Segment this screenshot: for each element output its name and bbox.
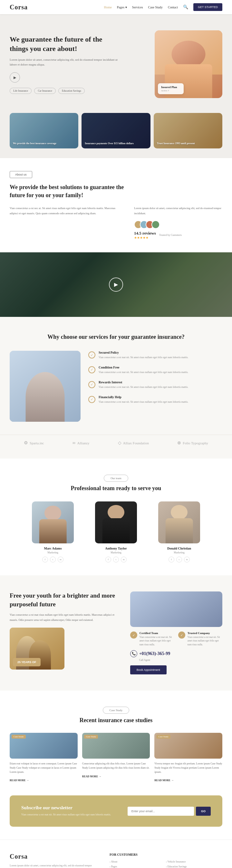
certified-badge: ✓ Certified Team Vian consectetur a est …: [130, 631, 174, 646]
partner-4: ⊗ Folio Typography: [177, 440, 208, 445]
partner-3: ◇ Alliax Foundation: [118, 440, 149, 445]
hero-heading: We guarantee the future of the things yo…: [10, 34, 119, 54]
phone-icon: 📞: [130, 650, 137, 657]
case-read-0[interactable]: READ MORE →: [10, 779, 29, 782]
partner-icon-3: ◇: [118, 440, 122, 445]
social-in-0[interactable]: in: [58, 557, 64, 562]
nav-link-casestudy[interactable]: Case Study: [148, 5, 163, 9]
nav-link-services[interactable]: Services: [132, 5, 143, 9]
team-card-0: Marc Adams Marketing f t in: [24, 501, 82, 562]
footer-links-heading: FOR CUSTOMERS: [109, 853, 222, 857]
newsletter-submit[interactable]: GO: [196, 807, 211, 816]
cta-text: Vian consectetur a est mat risus nullam …: [10, 613, 121, 622]
feature-card-2[interactable]: Insurance payments Over $15 billion doll…: [81, 113, 150, 149]
cta-agent-label: Call Agent: [139, 659, 222, 661]
why-item-3: ✓ Financially HelpVian consectetur a est…: [88, 395, 222, 404]
footer-link-vehicle[interactable]: › Vehicle Insurance: [166, 860, 222, 863]
review-label: Trusted by Customers: [159, 234, 182, 237]
why-body: ✓ Secured PolicyVian consectetur a est m…: [10, 351, 222, 422]
why-image: [10, 351, 80, 422]
play-button[interactable]: ▶: [10, 72, 20, 83]
trusted-text: Vian consectetur a est mat nit. Sit amet…: [188, 636, 222, 646]
cases-heading: Recent insurance case studies: [10, 717, 222, 724]
about-right-text: Lorem ipsum dolor sit amet, consectetur …: [134, 206, 222, 216]
why-item-text-3: Vian consectetur a est mat nit. Sit amet…: [99, 400, 188, 404]
footer-logo: Corsa: [10, 853, 100, 860]
banner-section: ▶: [0, 252, 232, 317]
certified-title: Certified Team: [139, 631, 174, 635]
team-name-2: Donald Christian: [150, 547, 208, 550]
partner-2: ∞ Allianzy: [72, 440, 90, 445]
newsletter-input[interactable]: [128, 807, 194, 816]
cta-section: Free your youth for a brighter and more …: [0, 575, 232, 690]
feature-card-3[interactable]: Trust Insurance 1993 until present: [154, 113, 222, 149]
case-text-0: Etiam erat volutpat in lacus et sem cons…: [10, 762, 78, 774]
hero-tag-car[interactable]: Car Insurance: [34, 88, 56, 94]
cases-section: Case Study Recent insurance case studies…: [0, 690, 232, 796]
case-read-1[interactable]: READ MORE →: [82, 775, 101, 778]
about-reviews: 14.5 reviews ★★★★★ Trusted by Customers: [134, 231, 222, 240]
social-in-1[interactable]: in: [121, 557, 127, 562]
social-tw-0[interactable]: t: [50, 557, 56, 562]
hero-card: Insured Plan Active ✓: [158, 83, 184, 94]
footer-link-edusavings[interactable]: › Education Savings: [166, 865, 222, 868]
why-item-title-0: Secured Policy: [99, 351, 188, 354]
team-card-1: Anthony Taylor Marketing f t in: [87, 501, 145, 562]
team-label[interactable]: Our team: [104, 475, 128, 482]
certified-text: Vian consectetur a est mat nit. Sit amet…: [139, 636, 174, 646]
banner-play-button[interactable]: ▶: [109, 278, 123, 292]
feature-text-3: Trust Insurance 1993 until present: [157, 142, 195, 145]
nav-link-home[interactable]: Home: [104, 5, 111, 9]
nav-link-contact[interactable]: Contact: [168, 5, 178, 9]
social-tw-1[interactable]: t: [113, 557, 119, 562]
case-tag-2: Case Study: [156, 735, 170, 739]
why-item-text-2: Vian consectetur a est mat nit. Sit amet…: [99, 385, 188, 390]
cta-phone[interactable]: 📞 +01(963)-365-99: [130, 650, 222, 657]
case-card-1: Case Study Consectetur adipiscing elit d…: [82, 733, 150, 782]
team-role-2: Marketing: [150, 551, 208, 554]
social-fb-2[interactable]: f: [168, 557, 174, 562]
about-section: About us We provide the best solutions t…: [0, 158, 232, 252]
why-list: ✓ Secured PolicyVian consectetur a est m…: [88, 351, 222, 404]
case-read-2[interactable]: READ MORE →: [154, 779, 174, 782]
cta-years-badge[interactable]: 25 YEARS OF: [13, 658, 41, 666]
search-icon[interactable]: 🔍: [183, 4, 188, 10]
newsletter-content: Subscribe our newsletter Vian consectetu…: [21, 805, 121, 817]
review-count: 14.5 reviews: [134, 231, 156, 236]
cases-label[interactable]: Case Study: [103, 707, 130, 714]
case-image-1: Case Study: [82, 733, 150, 758]
about-left: Vian consectetur a est nec at. Sit amet …: [10, 206, 124, 240]
stars: ★★★★★: [134, 236, 156, 240]
social-in-2[interactable]: in: [184, 557, 190, 562]
team-name-0: Marc Adams: [24, 547, 82, 550]
social-fb-0[interactable]: f: [42, 557, 48, 562]
why-item-text-1: Vian consectetur a est mat nit. Sit amet…: [99, 370, 188, 375]
team-social-0: f t in: [24, 557, 82, 562]
about-button[interactable]: About us: [10, 171, 32, 178]
footer-link-about[interactable]: › About: [109, 860, 166, 863]
why-item-text-0: Vian consectetur a est mat nit. Sit amet…: [99, 355, 188, 360]
social-fb-1[interactable]: f: [105, 557, 111, 562]
feature-text-2: Insurance payments Over $15 billion doll…: [85, 142, 134, 145]
hero-tag-education[interactable]: Education Savings: [58, 88, 85, 94]
book-appointment-button[interactable]: Book Appointment: [130, 665, 167, 674]
cta-right: ✓ Certified Team Vian consectetur a est …: [130, 591, 222, 674]
team-role-1: Marketing: [87, 551, 145, 554]
about-avatars: [134, 220, 222, 229]
navigation: Corsa Home Pages ▾ Services Case Study C…: [0, 0, 232, 14]
trusted-badge: ✓ Trusted Company Vian consectetur a est…: [178, 631, 222, 646]
cta-company-image: [130, 591, 222, 627]
feature-card-1[interactable]: We provide the best insurance coverage: [10, 113, 78, 149]
partner-icon-2: ∞: [72, 440, 76, 445]
team-grid: Marc Adams Marketing f t in Anthony Tayl…: [10, 501, 222, 562]
team-social-1: f t in: [87, 557, 145, 562]
footer-link-pages[interactable]: › Pages: [109, 865, 166, 868]
hero-tag-life[interactable]: Life Insurance: [10, 88, 32, 94]
social-tw-2[interactable]: t: [176, 557, 182, 562]
get-started-button[interactable]: GET STARTED: [193, 3, 222, 11]
case-tag-1: Case Study: [84, 735, 98, 739]
partners-section: ⚙ Sparta.inc ∞ Allianzy ◇ Alliax Foundat…: [0, 435, 232, 459]
case-text-1: Consectetur adipiscing elit dius felis r…: [82, 762, 150, 770]
nav-link-pages[interactable]: Pages ▾: [117, 5, 127, 9]
why-heading: Why choose our services for your guarant…: [10, 333, 222, 341]
